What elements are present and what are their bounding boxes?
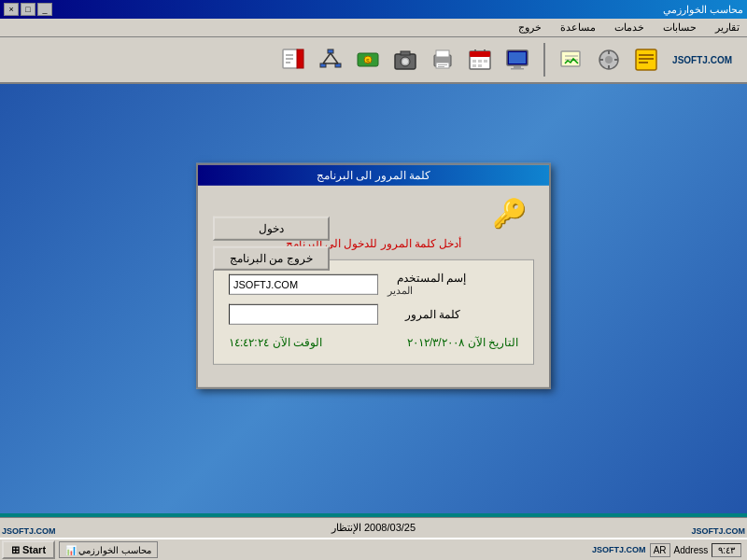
svg-rect-23 (484, 60, 487, 63)
form-area: إسم المستخدم المدير كلمة المرور التاريخ … (213, 259, 534, 365)
toolbar-icon-3[interactable] (555, 43, 588, 77)
svg-rect-16 (511, 68, 524, 70)
toolbar-icon-network[interactable] (314, 43, 347, 77)
toolbar: JSOFTJ.COM (0, 37, 747, 84)
toolbar-icon-monitor[interactable] (500, 43, 534, 77)
menu-item-help[interactable]: مساعدة (557, 20, 599, 35)
title-bar-title: محاسب الخوارزمي (663, 4, 743, 16)
menu-item-accounts[interactable]: حسابات (659, 20, 700, 35)
svg-line-41 (323, 53, 331, 63)
svg-rect-18 (470, 51, 490, 57)
svg-line-42 (331, 53, 338, 63)
menu-item-services[interactable]: خدمات (611, 20, 648, 35)
username-row: إسم المستخدم المدير (229, 272, 518, 297)
maximize-button[interactable]: □ (21, 3, 35, 16)
login-dialog: كلمة المرور الى البرنامج 🔑 أدخل كلمة الم… (196, 163, 551, 389)
toolbar-icon-camera[interactable] (388, 43, 422, 77)
dialog-title: كلمة المرور الى البرنامج (198, 165, 549, 186)
toolbar-icon-calendar[interactable] (463, 43, 497, 77)
time-label: الوقت الآن (273, 336, 322, 349)
svg-rect-34 (401, 51, 410, 55)
toolbar-icon-money[interactable]: $ (351, 43, 385, 77)
svg-rect-27 (436, 50, 449, 57)
svg-text:$: $ (366, 58, 370, 65)
svg-rect-38 (328, 49, 333, 53)
password-label: كلمة المرور (386, 308, 460, 321)
toolbar-icon-print[interactable] (426, 43, 459, 77)
start-label: Start (22, 544, 46, 555)
main-area: كلمة المرور الى البرنامج 🔑 أدخل كلمة الم… (0, 84, 747, 513)
toolbar-separator (543, 43, 545, 77)
toolbar-icon-2[interactable] (592, 43, 626, 77)
svg-rect-29 (438, 64, 447, 65)
windows-flag-icon: ⊞ (11, 544, 20, 556)
clock-time: ٩:٤٣ (718, 545, 735, 555)
status-bar: 2008/03/25 الإنتظار (0, 517, 747, 538)
app-icon: 📊 (65, 545, 77, 555)
status-text: 2008/03/25 الإنتظار (331, 522, 416, 534)
svg-rect-10 (561, 51, 580, 66)
datetime-row: التاريخ الآن ٢٠١٢/٣/٢٠٠٨ الوقت الآن ١٤:٤… (229, 332, 518, 353)
exit-button[interactable]: خروج من البرنامج (213, 246, 330, 271)
time-value: ١٤:٤٢:٢٤ (229, 336, 269, 349)
menu-item-reports[interactable]: تقارير (712, 20, 743, 35)
lang-indicator: AR (650, 543, 670, 557)
taskbar-logo: JSOFTJ.COM (592, 545, 646, 554)
svg-rect-3 (639, 62, 648, 63)
date-display: التاريخ الآن ٢٠١٢/٣/٢٠٠٨ (407, 336, 518, 349)
svg-rect-2 (639, 58, 654, 60)
svg-rect-24 (472, 64, 476, 67)
svg-point-5 (605, 56, 613, 63)
app-label: محاسب الخوارزمي (78, 545, 151, 555)
watermark-left: JSOFTJ.COM (2, 526, 56, 536)
address-label: Address (674, 545, 709, 555)
username-sublabel: المدير (388, 285, 413, 297)
taskbar-right: JSOFTJ.COM AR Address ٩:٤٣ (592, 543, 745, 557)
svg-rect-21 (472, 60, 476, 63)
password-row: كلمة المرور (229, 304, 518, 325)
password-input[interactable] (229, 304, 378, 325)
dialog-body: 🔑 أدخل كلمة المرور للدخول الى البرنامج إ… (198, 186, 549, 387)
svg-rect-14 (509, 52, 526, 63)
start-button[interactable]: ⊞ Start (2, 540, 55, 559)
taskbar-apps: 📊 محاسب الخوارزمي (59, 541, 158, 558)
logo-text: JSOFTJ.COM (669, 53, 736, 67)
login-button[interactable]: دخول (213, 217, 330, 241)
clock-display: ٩:٤٣ (712, 543, 741, 557)
taskbar: ⊞ Start 📊 محاسب الخوارزمي JSOFTJ.COM AR … (0, 538, 747, 560)
svg-rect-1 (639, 54, 654, 56)
username-label: إسم المستخدم (391, 272, 466, 285)
taskbar-app-button[interactable]: 📊 محاسب الخوارزمي (59, 541, 158, 558)
svg-rect-22 (478, 60, 482, 63)
svg-rect-15 (514, 66, 521, 68)
date-value: ٢٠١٢/٣/٢٠٠٨ (407, 336, 464, 349)
toolbar-icon-edit[interactable] (276, 43, 310, 77)
title-bar-controls: _ □ × (4, 3, 52, 16)
svg-rect-25 (478, 64, 482, 67)
close-button[interactable]: × (4, 3, 19, 16)
svg-point-33 (402, 59, 408, 64)
menu-item-exit[interactable]: خروج (514, 20, 545, 35)
key-icon: 🔑 (492, 197, 527, 230)
menu-bar: تقارير حسابات خدمات مساعدة خروج (0, 19, 747, 37)
date-label: التاريخ الآن (468, 336, 518, 349)
toolbar-icon-1[interactable] (629, 43, 663, 77)
svg-rect-30 (438, 66, 444, 67)
title-bar: محاسب الخوارزمي _ □ × (0, 0, 747, 19)
watermark-right: JSOFTJ.COM (691, 526, 745, 536)
svg-rect-45 (297, 49, 303, 68)
username-input[interactable] (229, 273, 378, 294)
minimize-button[interactable]: _ (37, 3, 52, 16)
time-display: الوقت الآن ١٤:٤٢:٢٤ (229, 336, 322, 349)
